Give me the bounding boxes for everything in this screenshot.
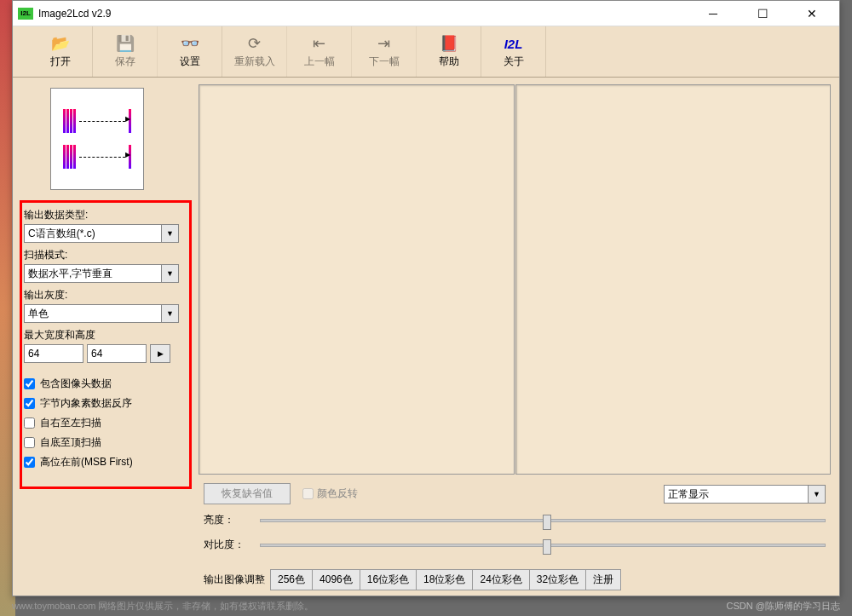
right-area: 恢复缺省值 颜色反转 正常显示 ▼ 亮度： 对比度：	[199, 78, 839, 596]
tab-18bit[interactable]: 18位彩色	[416, 569, 473, 590]
gray-select[interactable]: 单色 ▼	[24, 304, 179, 323]
scan-mode-select[interactable]: 数据水平,字节垂直 ▼	[24, 264, 179, 283]
open-folder-icon: 📂	[51, 34, 70, 53]
next-icon: ⇥	[377, 34, 390, 53]
settings-highlight: 输出数据类型: C语言数组(*.c) ▼ 扫描模式: 数据水平,字节垂直 ▼	[20, 200, 192, 489]
about-icon: I2L	[504, 34, 523, 53]
help-button[interactable]: 📕 帮助	[417, 26, 481, 77]
scan-mode-label: 扫描模式:	[24, 248, 187, 262]
gray-value: 单色	[25, 305, 161, 322]
about-button[interactable]: I2L 关于	[481, 26, 546, 77]
save-label: 保存	[115, 55, 135, 69]
invert-color-label: 颜色反转	[317, 486, 358, 501]
gray-label: 输出灰度:	[24, 288, 187, 302]
height-input[interactable]	[87, 344, 147, 363]
scan-mode-preview	[50, 88, 144, 190]
close-button[interactable]: ✕	[795, 3, 829, 24]
rtl-label: 自右至左扫描	[40, 416, 101, 430]
include-header-check[interactable]	[24, 378, 35, 389]
chevron-down-icon: ▼	[161, 305, 178, 322]
app-window: I2L Image2Lcd v2.9 ─ ☐ ✕ 📂 打开 💾 保存 👓 设置 …	[12, 0, 840, 596]
prev-label: 上一幅	[304, 55, 335, 69]
size-label: 最大宽度和高度	[24, 328, 187, 343]
save-icon: 💾	[116, 34, 135, 53]
display-mode-value: 正常显示	[665, 486, 808, 503]
save-button: 💾 保存	[93, 26, 158, 77]
tab-16bit[interactable]: 16位彩色	[360, 569, 417, 590]
window-title: Image2Lcd v2.9	[38, 8, 696, 20]
settings-button[interactable]: 👓 设置	[158, 26, 222, 77]
left-panel: 输出数据类型: C语言数组(*.c) ▼ 扫描模式: 数据水平,字节垂直 ▼	[13, 78, 199, 596]
toolbar: 📂 打开 💾 保存 👓 设置 ⟳ 重新载入 ⇤ 上一幅 ⇥ 下一幅 📕 帮助 I…	[13, 26, 839, 78]
output-type-value: C语言数组(*.c)	[25, 225, 161, 242]
reverse-pixels-check[interactable]	[24, 398, 35, 409]
maximize-button[interactable]: ☐	[746, 3, 780, 24]
contrast-label: 对比度：	[204, 538, 251, 552]
contrast-slider[interactable]	[260, 544, 826, 547]
reload-label: 重新载入	[234, 55, 275, 69]
chevron-down-icon: ▼	[161, 265, 178, 282]
btt-check[interactable]	[24, 437, 35, 448]
tab-24bit[interactable]: 24位彩色	[472, 569, 529, 590]
rtl-check[interactable]	[24, 417, 35, 429]
msb-check[interactable]	[24, 457, 35, 468]
open-button[interactable]: 📂 打开	[28, 26, 93, 77]
width-input[interactable]	[24, 344, 83, 363]
output-adjust-label: 输出图像调整	[204, 573, 265, 587]
chevron-down-icon: ▼	[161, 225, 178, 242]
chevron-down-icon: ▼	[808, 486, 825, 503]
reload-icon: ⟳	[248, 34, 261, 53]
tab-register[interactable]: 注册	[585, 569, 621, 590]
brightness-slider[interactable]	[260, 519, 826, 522]
source-preview-pane	[199, 84, 515, 475]
brightness-label: 亮度：	[204, 513, 251, 527]
restore-default-button[interactable]: 恢复缺省值	[204, 483, 291, 504]
next-button: ⇥ 下一幅	[352, 26, 417, 77]
settings-icon: 👓	[181, 34, 199, 53]
prev-button: ⇤ 上一幅	[287, 26, 352, 77]
include-header-label: 包含图像头数据	[40, 377, 112, 391]
display-mode-select[interactable]: 正常显示 ▼	[664, 485, 826, 504]
apply-size-button[interactable]: ▶	[150, 344, 170, 363]
app-icon: I2L	[18, 8, 33, 20]
open-label: 打开	[50, 55, 71, 69]
help-label: 帮助	[439, 55, 459, 69]
invert-color-check	[302, 488, 314, 499]
help-icon: 📕	[440, 34, 458, 53]
reload-button: ⟳ 重新载入	[222, 26, 287, 77]
settings-label: 设置	[180, 55, 200, 69]
prev-icon: ⇤	[313, 34, 325, 53]
reverse-pixels-label: 字节内象素数据反序	[40, 396, 132, 411]
tab-256[interactable]: 256色	[270, 569, 313, 590]
titlebar[interactable]: I2L Image2Lcd v2.9 ─ ☐ ✕	[13, 1, 839, 26]
next-label: 下一幅	[369, 55, 400, 69]
scan-mode-value: 数据水平,字节垂直	[25, 265, 161, 282]
footer-note: www.toymoban.com 网络图片仅供展示，非存储，如有侵权请联系删除。	[12, 600, 314, 613]
tab-4096[interactable]: 4096色	[312, 569, 360, 590]
minimize-button[interactable]: ─	[696, 3, 730, 24]
msb-label: 高位在前(MSB First)	[40, 455, 133, 469]
about-label: 关于	[504, 55, 524, 69]
tab-32bit[interactable]: 32位彩色	[529, 569, 586, 590]
btt-label: 自底至顶扫描	[40, 435, 101, 450]
watermark: CSDN @陈师傅的学习日志	[727, 600, 840, 613]
output-type-select[interactable]: C语言数组(*.c) ▼	[24, 224, 179, 243]
output-type-label: 输出数据类型:	[24, 208, 187, 222]
output-preview-pane	[515, 84, 832, 475]
